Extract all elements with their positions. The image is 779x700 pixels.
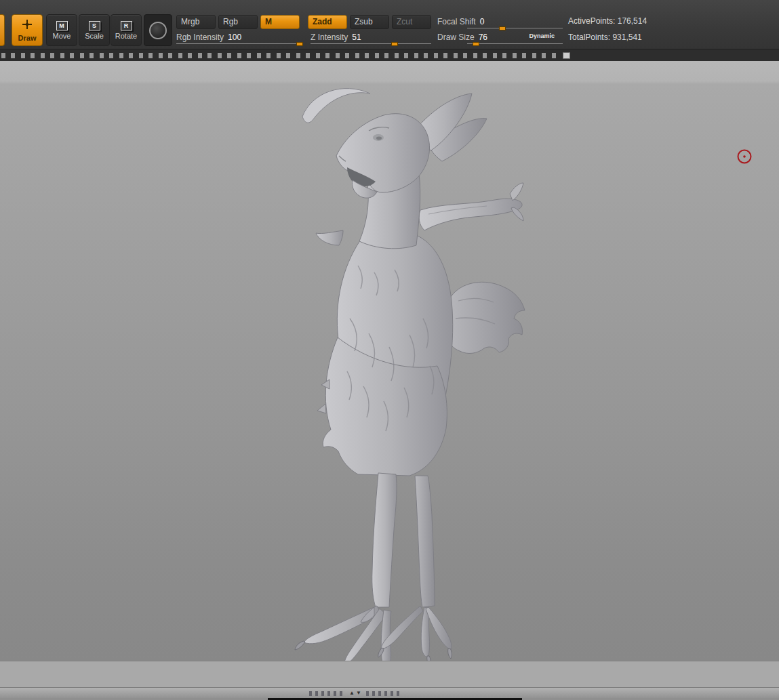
paint-sculpt-modes: Mrgb Rgb M Zadd Zsub Zcut — [176, 15, 434, 29]
rgb-intensity-label: Rgb Intensity — [176, 33, 224, 42]
active-points-value: 176,514 — [618, 16, 647, 26]
draw-tool-label: Draw — [18, 34, 37, 42]
bottom-divider-strip: ▲ ▼ — [0, 687, 779, 698]
focal-shift-label: Focal Shift — [437, 17, 476, 26]
top-shelf: Draw M Move S Scale R Rotate Mrgb Rgb M … — [0, 0, 779, 49]
arrow-down-icon[interactable]: ▼ — [356, 691, 361, 696]
move-gyro-icon: M — [56, 21, 68, 30]
z-intensity-slider[interactable]: Z Intensity51 — [311, 30, 431, 45]
active-points-stat: ActivePoints: 176,514 — [568, 16, 647, 26]
move-tool-label: Move — [53, 32, 71, 40]
rotate-gyro-icon: R — [121, 21, 132, 30]
draw-size-slider[interactable]: Draw Size76 Dynamic — [437, 30, 563, 45]
rgb-intensity-slider[interactable]: Rgb Intensity100 — [176, 30, 302, 45]
rgb-intensity-track — [176, 43, 302, 44]
z-intensity-track — [311, 43, 431, 44]
rgb-intensity-handle[interactable] — [296, 42, 303, 46]
brush-circle-icon — [149, 22, 167, 39]
sculpt-model — [0, 61, 779, 661]
fur-strokes — [347, 266, 434, 431]
total-points-stat: TotalPoints: 931,541 — [568, 33, 647, 42]
zsub-mode-button[interactable]: Zsub — [350, 15, 389, 29]
dynamic-mode-label[interactable]: Dynamic — [529, 33, 555, 39]
partial-tool-button[interactable] — [0, 14, 5, 46]
m-mode-button[interactable]: M — [260, 15, 300, 29]
rotate-tool-button[interactable]: R Rotate — [111, 14, 142, 46]
scale-gyro-icon: S — [89, 21, 100, 30]
draw-tool-button[interactable]: Draw — [12, 14, 43, 46]
draw-crosshair-icon — [21, 19, 33, 33]
rotate-tool-label: Rotate — [115, 32, 137, 40]
draw-size-value: 76 — [479, 33, 487, 42]
scale-tool-button[interactable]: S Scale — [79, 14, 110, 46]
zcut-mode-button[interactable]: Zcut — [392, 15, 431, 29]
divider-dashes-left[interactable] — [309, 691, 344, 696]
focal-shift-value: 0 — [480, 17, 485, 26]
draw-size-label: Draw Size — [437, 33, 475, 42]
divider-collapse-control[interactable]: ▲ ▼ — [349, 691, 361, 696]
canvas-lower-band — [0, 661, 779, 687]
z-intensity-value: 51 — [352, 33, 361, 42]
document-canvas[interactable] — [0, 61, 779, 661]
shelf-divider-strip — [0, 49, 779, 61]
point-stats: ActivePoints: 176,514 TotalPoints: 931,5… — [568, 16, 647, 49]
z-intensity-label: Z Intensity — [311, 33, 348, 42]
scale-tool-label: Scale — [85, 32, 104, 40]
brush-preview-button[interactable] — [144, 14, 172, 46]
divider-dashes-right[interactable] — [366, 691, 401, 696]
rgb-intensity-value: 100 — [228, 33, 241, 42]
focal-shift-slider[interactable]: Focal Shift0 — [437, 15, 563, 30]
arrow-up-icon[interactable]: ▲ — [349, 691, 355, 696]
divider-end-handle[interactable] — [563, 52, 570, 59]
draw-size-handle[interactable] — [473, 42, 479, 46]
zadd-mode-button[interactable]: Zadd — [308, 15, 347, 29]
brush-cursor-ring — [738, 150, 751, 163]
z-intensity-handle[interactable] — [391, 42, 398, 46]
rgb-mode-button[interactable]: Rgb — [218, 15, 258, 29]
divider-tick-handles[interactable] — [1, 53, 561, 58]
zbrush-window: Draw M Move S Scale R Rotate Mrgb Rgb M … — [0, 0, 779, 700]
mrgb-mode-button[interactable]: Mrgb — [176, 15, 216, 29]
move-tool-button[interactable]: M Move — [46, 14, 77, 46]
total-points-value: 931,541 — [612, 33, 641, 42]
